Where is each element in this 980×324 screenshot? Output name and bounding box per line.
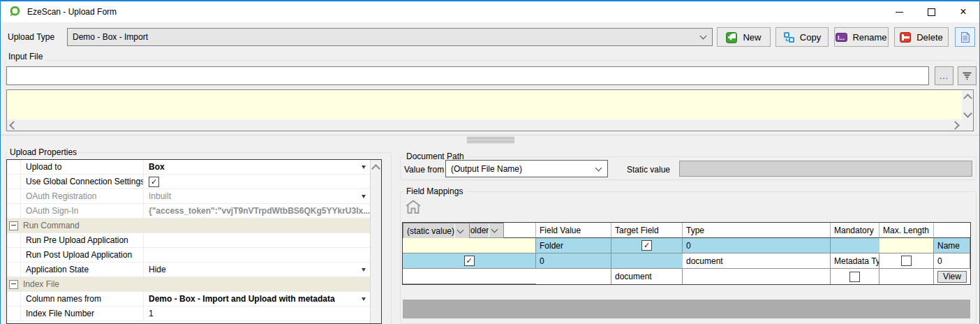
- action-cell: [611, 253, 683, 269]
- property-group-row[interactable]: Run Command: [7, 219, 370, 233]
- view-button[interactable]: View: [937, 271, 967, 283]
- field-mappings-table: Source FieldField ValueTarget FieldTypeM…: [402, 222, 971, 285]
- max-length-cell[interactable]: 0: [683, 238, 831, 253]
- rename-icon: I...: [836, 31, 847, 43]
- home-icon: [405, 199, 422, 214]
- property-row: OAuth RegistrationInbuilt: [7, 189, 370, 204]
- checkbox[interactable]: ✓: [149, 177, 159, 187]
- property-value[interactable]: Hide: [144, 263, 370, 277]
- field-value-cell[interactable]: [536, 269, 611, 284]
- vertical-scrollbar[interactable]: [962, 90, 973, 119]
- rename-button[interactable]: I... Rename: [834, 27, 889, 47]
- property-row: Run Pre Upload Application: [7, 233, 370, 248]
- static-value-input: [679, 161, 972, 177]
- property-name: Run Post Upload Application: [21, 248, 144, 262]
- scroll-up-icon[interactable]: [371, 164, 380, 173]
- column-header: Type: [683, 223, 831, 238]
- property-value[interactable]: Demo - Box - Import and Upload with meta…: [144, 292, 370, 306]
- chevron-down-icon: [700, 33, 707, 40]
- property-value[interactable]: {"access_token":"vvjT9nVTrpdWtbBS6QKg5YY…: [144, 204, 370, 218]
- preview-panel: [6, 89, 974, 131]
- view-notes-button[interactable]: [955, 27, 975, 47]
- upload-properties-label: Upload Properties: [8, 147, 79, 157]
- property-value[interactable]: Inbuilt: [144, 189, 370, 203]
- action-cell: View: [934, 269, 970, 284]
- value-from-value: (Output File Name): [451, 164, 522, 174]
- property-value[interactable]: 1: [144, 307, 370, 321]
- target-field-cell[interactable]: Name: [934, 238, 970, 253]
- rename-button-label: Rename: [852, 32, 886, 43]
- chevron-down-icon: [595, 164, 602, 171]
- table-empty-area: [403, 300, 970, 318]
- max-length-cell[interactable]: 0: [934, 253, 970, 269]
- mandatory-cell: ✓: [611, 238, 683, 253]
- chevron-down-icon[interactable]: [454, 223, 469, 238]
- upload-type-select[interactable]: Demo - Box - Import: [67, 28, 713, 46]
- chevron-down-icon[interactable]: [489, 223, 503, 237]
- field-value-cell[interactable]: [879, 238, 934, 253]
- max-length-cell[interactable]: 0: [536, 253, 611, 269]
- row-indent: [7, 292, 21, 306]
- document-notes-icon: [959, 31, 971, 43]
- property-group-row[interactable]: Index File: [7, 277, 370, 292]
- property-value[interactable]: [144, 248, 370, 262]
- column-header: Max. Length: [879, 223, 934, 238]
- collapse-icon[interactable]: [9, 221, 18, 230]
- filter-icon: [962, 71, 972, 81]
- property-grid: Upload toBoxUse Global Connection Settin…: [6, 159, 382, 324]
- maximize-button[interactable]: [915, 1, 947, 22]
- row-indent: [7, 307, 21, 321]
- splitter-handle[interactable]: [467, 137, 514, 143]
- chevron-down-icon[interactable]: [362, 195, 366, 198]
- target-field-cell[interactable]: Metadata Type: [831, 253, 879, 269]
- property-value[interactable]: [144, 233, 370, 247]
- input-file-group-label: Input File: [6, 52, 45, 61]
- property-row: Index File Number1: [7, 307, 370, 321]
- horizontal-scrollbar[interactable]: [7, 119, 962, 131]
- preview-textarea[interactable]: [7, 90, 962, 119]
- property-name: Column names from: [21, 292, 144, 306]
- max-length-cell[interactable]: [879, 269, 934, 284]
- mandatory-checkbox[interactable]: ✓: [641, 240, 652, 251]
- property-grid-scrollbar[interactable]: [370, 160, 381, 323]
- delete-button-label: Delete: [916, 32, 943, 43]
- browse-button[interactable]: ...: [935, 66, 953, 85]
- mandatory-checkbox[interactable]: ✓: [464, 256, 475, 266]
- mandatory-checkbox[interactable]: [849, 272, 860, 282]
- chevron-down-icon[interactable]: [362, 268, 366, 272]
- chevron-down-icon[interactable]: [362, 165, 366, 169]
- scroll-down-icon[interactable]: [963, 109, 972, 118]
- close-button[interactable]: ×: [947, 1, 979, 22]
- row-indent: [7, 233, 21, 247]
- value-from-select[interactable]: (Output File Name): [445, 160, 608, 177]
- filter-button[interactable]: [958, 66, 977, 85]
- collapse-icon[interactable]: [9, 280, 18, 289]
- home-button[interactable]: [404, 198, 422, 215]
- scroll-up-icon[interactable]: [963, 94, 972, 103]
- target-field-cell[interactable]: document: [611, 269, 683, 284]
- delete-button[interactable]: Delete: [894, 27, 949, 47]
- property-name: Use Global Connection Settings: [21, 175, 144, 189]
- field-value-cell[interactable]: [403, 238, 536, 253]
- mandatory-checkbox[interactable]: [901, 256, 912, 266]
- copy-button[interactable]: Copy: [775, 27, 829, 47]
- source-field-select[interactable]: (static value): [403, 223, 470, 238]
- property-row: Column names fromDemo - Box - Import and…: [7, 292, 370, 307]
- field-value-cell[interactable]: document: [683, 253, 831, 269]
- property-value[interactable]: Box: [144, 160, 370, 174]
- target-field-cell[interactable]: Folder: [536, 238, 611, 253]
- chevron-down-icon[interactable]: [362, 297, 366, 301]
- property-name: OAuth Registration: [21, 189, 144, 203]
- property-value[interactable]: ✓: [144, 175, 370, 189]
- row-indent: [7, 204, 21, 218]
- column-header: Target Field: [611, 223, 683, 238]
- window-title: EzeScan - Upload Form: [27, 7, 117, 17]
- new-icon: [726, 31, 738, 43]
- input-file-input[interactable]: [6, 66, 929, 85]
- minimize-button[interactable]: [883, 1, 915, 22]
- scroll-left-icon[interactable]: [9, 121, 18, 130]
- scroll-right-icon[interactable]: [951, 121, 960, 130]
- new-button[interactable]: New: [717, 27, 771, 47]
- property-grid-rows: Upload toBoxUse Global Connection Settin…: [7, 160, 370, 323]
- action-cell: [403, 269, 536, 284]
